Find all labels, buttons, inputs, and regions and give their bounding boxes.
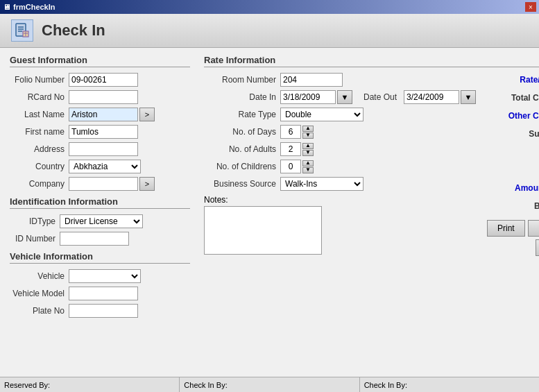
idtype-label: IDType (10, 216, 60, 226)
right-panel: Rate Information Room Number Date In (204, 55, 539, 370)
address-input[interactable] (69, 142, 138, 156)
idnumber-row: ID Number (10, 232, 190, 246)
adults-spinner: ▲ ▼ (280, 142, 314, 156)
title-bar: 🖥 frmCheckIn × (0, 0, 539, 14)
rcard-label: RCard No (10, 92, 69, 102)
balance-label: Balance (501, 201, 539, 211)
notes-area: Notes: (204, 195, 476, 257)
vehicle-info-section: Vehicle Information Vehicle Car Truck Va… (10, 251, 190, 318)
date-in-label: Date In (204, 92, 280, 102)
days-up-btn[interactable]: ▲ (302, 126, 314, 132)
left-panel: Guest Information Folio Number RCard No … (10, 55, 190, 370)
childrens-spinner: ▲ ▼ (280, 160, 314, 173)
rate-type-select[interactable]: Single Double Triple Suite (280, 108, 363, 121)
company-edit-btn[interactable]: > (139, 177, 155, 191)
adults-up-btn[interactable]: ▲ (302, 143, 314, 149)
other-charges-row: Other Charges (487, 109, 539, 123)
vehicle-select[interactable]: Car Truck Van (69, 269, 141, 283)
print-button[interactable]: Print (487, 220, 525, 237)
vehicle-row: Vehicle Car Truck Van (10, 269, 190, 283)
header-icon (11, 19, 33, 42)
sub-total-label: Sub Total (501, 129, 539, 139)
vehicle-model-input[interactable] (69, 287, 138, 300)
rcard-row: RCard No (10, 90, 190, 104)
plate-row: Plate No (10, 304, 190, 318)
days-row: No. of Days ▲ ▼ (204, 125, 476, 139)
page-title: Check In (42, 22, 105, 40)
adults-input[interactable] (280, 142, 301, 156)
folio-input[interactable] (69, 73, 138, 87)
firstname-row: First name (10, 125, 190, 139)
date-out-field-group: ▼ (404, 90, 476, 104)
country-label: Country (10, 162, 69, 171)
amount-paid-label[interactable]: Amount Paid (501, 183, 539, 193)
room-number-label: Room Number (204, 75, 280, 85)
date-out-input[interactable] (404, 90, 459, 104)
idnumber-input[interactable] (60, 232, 129, 246)
id-info-section: Identification Information IDType Driver… (10, 196, 190, 246)
idtype-select[interactable]: Driver License Passport National ID (60, 214, 143, 228)
days-down-btn[interactable]: ▼ (302, 133, 314, 139)
country-select[interactable]: Abkhazia Albania USA (69, 160, 141, 173)
company-row: Company > (10, 177, 190, 191)
room-number-row: Room Number (204, 73, 476, 87)
notes-label: Notes: (204, 195, 476, 205)
date-in-row: Date In ▼ Date Out ▼ (204, 90, 476, 104)
title-bar-icon: 🖥 (3, 3, 10, 11)
change-room-button[interactable]: Change Room (528, 220, 539, 237)
plate-input[interactable] (69, 304, 138, 318)
content-area: Guest Information Folio Number RCard No … (0, 48, 539, 377)
charges-panel: Rate/Period Total Charges Other Charges (487, 73, 539, 257)
guest-info-section: Guest Information Folio Number RCard No … (10, 55, 190, 191)
form-body: Guest Information Folio Number RCard No … (10, 55, 529, 370)
rcard-input[interactable] (69, 90, 138, 104)
childrens-input[interactable] (280, 160, 301, 173)
room-number-input[interactable] (280, 73, 343, 87)
other-charges-label[interactable]: Other Charges (501, 111, 539, 121)
lastname-edit-btn[interactable]: > (139, 108, 155, 121)
update-button[interactable]: Update (536, 239, 539, 256)
company-input[interactable] (69, 177, 138, 191)
rate-period-label[interactable]: Rate/Period (501, 75, 539, 85)
status-checkin-by1: Check In By: (180, 377, 359, 392)
vehicle-model-label: Vehicle Model (10, 289, 69, 298)
date-out-dropdown-btn[interactable]: ▼ (461, 90, 476, 104)
rate-form-left: Room Number Date In ▼ Date Out (204, 73, 476, 257)
childrens-label: No. of Childrens (204, 162, 280, 171)
date-in-field-group: ▼ (280, 90, 352, 104)
lastname-input[interactable] (69, 108, 138, 121)
adults-label: No. of Adults (204, 144, 280, 154)
status-reserved-by: Reserved By: (0, 377, 180, 392)
childrens-up-btn[interactable]: ▲ (302, 160, 314, 167)
lastname-label: Last Name (10, 110, 69, 119)
business-source-select[interactable]: Walk-Ins Online Agency (280, 177, 363, 191)
adults-down-btn[interactable]: ▼ (302, 150, 314, 156)
childrens-down-btn[interactable]: ▼ (302, 167, 314, 173)
close-button[interactable]: × (525, 2, 536, 12)
btn-row-1: Print Change Room Check Out (487, 220, 539, 237)
childrens-spinner-btns: ▲ ▼ (302, 160, 314, 173)
date-in-input[interactable] (280, 90, 336, 104)
balance-row: Balance (487, 199, 539, 213)
rate-type-label: Rate Type (204, 110, 280, 119)
idnumber-label: ID Number (10, 234, 60, 244)
checkin-by2-label: Check In By: (364, 381, 407, 389)
total-charges-row: Total Charges (487, 91, 539, 105)
rate-top-area: Room Number Date In ▼ Date Out (204, 73, 539, 257)
days-spinner-btns: ▲ ▼ (302, 126, 314, 139)
total-row: Total (487, 163, 539, 177)
adults-spinner-btns: ▲ ▼ (302, 143, 314, 156)
date-in-dropdown-btn[interactable]: ▼ (337, 90, 352, 104)
rate-type-row: Rate Type Single Double Triple Suite (204, 108, 476, 121)
action-buttons-area: Print Change Room Check Out Update Cance… (487, 220, 539, 256)
main-window: Check In Guest Information Folio Number … (0, 14, 539, 392)
checkin-by-label: Check In By: (184, 381, 227, 389)
firstname-input[interactable] (69, 125, 138, 139)
business-source-label: Business Source (204, 179, 280, 189)
notes-input[interactable] (204, 206, 322, 255)
status-checkin-by2: Check In By: (360, 377, 539, 392)
reserved-by-label: Reserved By: (4, 381, 50, 389)
days-input[interactable] (280, 125, 301, 139)
business-source-row: Business Source Walk-Ins Online Agency (204, 177, 476, 191)
childrens-row: No. of Childrens ▲ ▼ (204, 160, 476, 173)
